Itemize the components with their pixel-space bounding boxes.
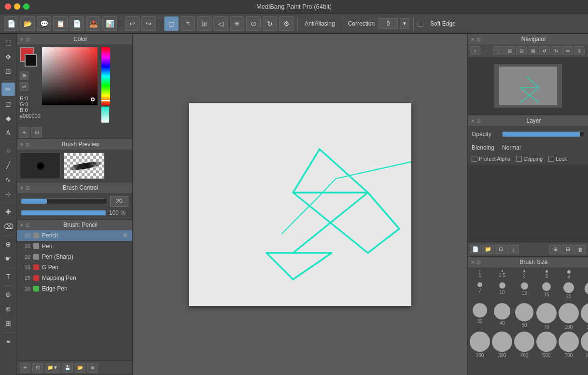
brush-size-item[interactable]: 50 <box>514 303 534 330</box>
brush-size-item[interactable]: 700 <box>559 332 579 358</box>
save-button[interactable]: 📄 <box>70 16 84 31</box>
lasso-button[interactable]: ⊙ <box>246 16 261 31</box>
tool-brush[interactable]: ✏ <box>1 83 15 96</box>
tool-pen-edit[interactable]: ⊹ <box>1 187 15 201</box>
brush-size-item[interactable]: 70 <box>536 303 557 330</box>
soft-edge-checkbox[interactable] <box>418 21 423 27</box>
brush-extra-button[interactable]: ≡ <box>87 363 98 373</box>
new-file-button[interactable]: 📄 <box>4 16 18 31</box>
color-tool-2[interactable]: ⊙ <box>31 127 42 138</box>
gear-icon[interactable]: ⚙ <box>123 232 129 239</box>
brush-add-button[interactable]: + <box>20 363 30 373</box>
brush-preview-expand[interactable]: ⊡ <box>26 142 29 147</box>
layer-merge-down[interactable]: ↓ <box>507 245 519 254</box>
nav-flip-v[interactable]: ⇕ <box>574 46 585 55</box>
opacity-bar[interactable] <box>502 131 584 137</box>
tool-fill[interactable]: ◆ <box>1 111 15 125</box>
bg-color-swatch[interactable] <box>25 54 37 67</box>
layer-add-button[interactable]: 📄 <box>470 245 481 254</box>
export-button[interactable]: 📤 <box>86 16 100 31</box>
brush-list-item[interactable]: 10 Pen (Sharp) <box>17 251 132 262</box>
tool-curve[interactable]: ∿ <box>1 173 15 186</box>
brush-size-item[interactable]: 1 <box>470 270 490 280</box>
brush-size-item[interactable]: 40 <box>492 303 512 330</box>
brush-list-item[interactable]: 20 Pencil ⚙ <box>17 230 132 241</box>
tool-move[interactable]: ✥ <box>1 50 15 64</box>
brush-size-item[interactable]: 20 <box>559 282 579 301</box>
star-button[interactable]: ✳ <box>230 16 244 31</box>
nav-fit2[interactable]: ⊟ <box>516 46 527 55</box>
brush-size-item[interactable]: 15 <box>536 282 557 301</box>
layer-canvas[interactable] <box>468 165 588 242</box>
size-slider-value[interactable]: 20 <box>110 196 128 207</box>
nav-rotate-left[interactable]: ↺ <box>539 46 550 55</box>
share-button[interactable]: 📊 <box>102 16 117 31</box>
brush-folder-button[interactable]: 📁▼ <box>45 363 60 373</box>
brush-save-button[interactable]: 💾 <box>62 363 73 373</box>
brush-size-item[interactable]: 100 <box>559 303 579 330</box>
nav-zoom-in[interactable]: + <box>470 46 480 55</box>
brush-list-expand[interactable]: ⊡ <box>26 222 29 228</box>
clipboard-button[interactable]: 📋 <box>53 16 68 31</box>
close-button[interactable] <box>5 3 11 10</box>
dialog-button[interactable]: 💬 <box>37 16 51 31</box>
nav-zoom-out[interactable]: − <box>493 46 504 55</box>
alpha-bar[interactable] <box>101 106 110 123</box>
brush-size-item[interactable]: 1000 <box>581 332 588 358</box>
brush-control-expand[interactable]: ⊡ <box>26 185 29 191</box>
layer-settings2[interactable]: ⊟ <box>562 245 574 254</box>
drawing-canvas[interactable] <box>189 103 411 306</box>
navigator-close[interactable]: ✕ <box>471 37 475 42</box>
tool-T[interactable]: T <box>1 270 15 283</box>
clipping-label[interactable]: Clipping <box>516 156 543 162</box>
brush-size-item[interactable]: 1.5 <box>492 270 512 280</box>
brush-size-expand[interactable]: ⊡ <box>476 260 480 265</box>
brush-list-item[interactable]: 10 Edge Pen <box>17 283 132 294</box>
tool-extra1[interactable]: ⊛ <box>1 288 15 301</box>
transform-button[interactable]: ≡ <box>181 16 195 31</box>
correction-input[interactable] <box>378 18 398 29</box>
brush-list-close[interactable]: ✕ <box>20 222 24 228</box>
brush-size-item[interactable]: 25 <box>581 282 588 301</box>
magic-button[interactable]: ↻ <box>263 16 277 31</box>
nav-rotate-right[interactable]: ↻ <box>551 46 561 55</box>
tool-extra3[interactable]: ⊞ <box>1 317 15 330</box>
layer-settings1[interactable]: ⊞ <box>549 245 561 254</box>
brush-size-item[interactable]: 300 <box>492 332 512 358</box>
minimize-button[interactable] <box>14 3 20 10</box>
tool-text[interactable]: Ａ <box>1 126 15 139</box>
redo-button[interactable]: ↪ <box>141 16 156 31</box>
tool-select[interactable]: ⬚ <box>1 36 15 49</box>
brush-size-close[interactable]: ✕ <box>471 260 475 265</box>
size-slider-track[interactable] <box>21 198 107 204</box>
brush-size-item[interactable]: 150 <box>581 303 588 330</box>
blending-value[interactable]: Normal <box>502 144 521 151</box>
maximize-button[interactable] <box>23 3 29 10</box>
tool-line[interactable]: ╱ <box>1 158 15 172</box>
protect-alpha-checkbox[interactable] <box>472 156 477 162</box>
brush-size-item[interactable]: 200 <box>470 332 490 358</box>
settings-button[interactable]: ⚙ <box>279 16 294 31</box>
brush-list-item[interactable]: 15 G Pen <box>17 262 132 273</box>
lock-checkbox[interactable] <box>548 156 554 162</box>
brush-list-item[interactable]: 15 Mapping Pen <box>17 273 132 283</box>
navigator-expand[interactable]: ⊡ <box>476 37 480 42</box>
tool-transform[interactable]: ⊡ <box>1 65 15 78</box>
canvas-area[interactable] <box>133 34 467 375</box>
tool-extra2[interactable]: ⊚ <box>1 302 15 316</box>
brush-size-item[interactable]: 400 <box>514 332 534 358</box>
lock-label[interactable]: Lock <box>548 156 567 162</box>
brush-duplicate-button[interactable]: ⊡ <box>32 363 43 373</box>
layer-delete[interactable]: 🗑 <box>574 245 586 254</box>
brush-size-item[interactable]: 4 <box>559 270 579 280</box>
layer-close[interactable]: ✕ <box>471 118 475 124</box>
traffic-lights[interactable] <box>5 3 29 10</box>
swap-colors-button[interactable]: ⇄ <box>20 82 28 91</box>
tool-zoom[interactable]: ⊕ <box>1 237 15 251</box>
select-tool-button[interactable]: ◻ <box>164 16 179 31</box>
opacity-slider-track[interactable] <box>21 210 106 216</box>
tool-hand[interactable]: ☛ <box>1 252 15 265</box>
tool-eyedropper[interactable]: ✚ <box>1 205 15 219</box>
brush-size-item[interactable]: 5 <box>581 270 588 280</box>
layer-duplicate-button[interactable]: ⊡ <box>495 245 506 254</box>
